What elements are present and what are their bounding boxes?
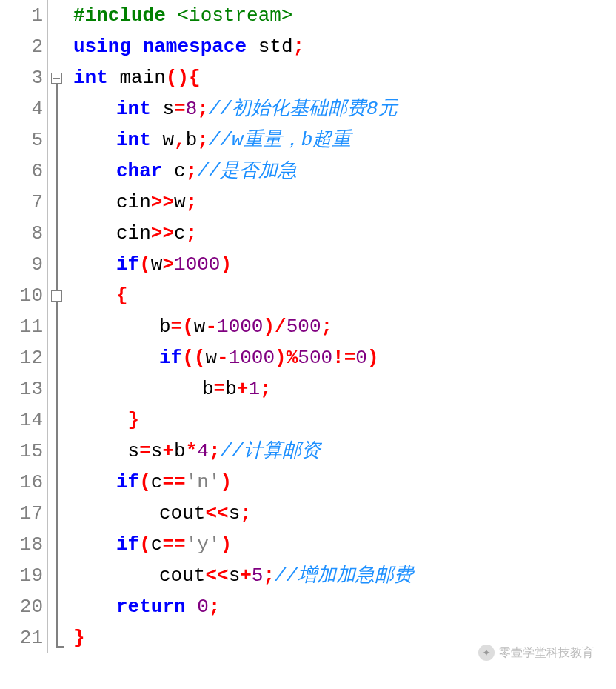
- line-number: 2: [0, 31, 43, 62]
- code-area: #include <iostream> using namespace std;…: [66, 0, 616, 653]
- code-line: b=b+1;: [73, 373, 616, 405]
- line-number: 8: [0, 218, 43, 249]
- code-line: return 0;: [73, 591, 616, 622]
- fold-guide-line: [56, 84, 58, 647]
- line-number: 3: [0, 62, 43, 93]
- line-number: 12: [0, 342, 43, 373]
- code-line: char c;//是否加急: [73, 156, 616, 187]
- code-line: {: [73, 280, 616, 311]
- code-line: cin>>c;: [73, 218, 616, 249]
- preprocessor: #include: [73, 4, 166, 27]
- include-target: <iostream>: [177, 4, 292, 27]
- code-line: }: [73, 405, 616, 436]
- comment: //初始化基础邮费8元: [209, 98, 398, 120]
- line-number: 7: [0, 187, 43, 218]
- line-number: 9: [0, 249, 43, 280]
- wechat-icon: ✦: [478, 645, 495, 653]
- code-line: int w,b;//w重量，b超重: [73, 124, 616, 156]
- code-line: cin>>w;: [73, 187, 616, 218]
- fold-end-tick: [56, 646, 64, 648]
- watermark-text: 零壹学堂科技教育: [499, 645, 594, 654]
- line-number: 10: [0, 280, 43, 311]
- watermark: ✦ 零壹学堂科技教育: [478, 645, 594, 653]
- code-line: using namespace std;: [73, 31, 616, 62]
- line-number: 4: [0, 93, 43, 124]
- line-number-gutter: 1 2 3 4 5 6 7 8 9 10 11 12 13 14 15 16 1…: [0, 0, 48, 653]
- code-line: b=(w-1000)/500;: [73, 311, 616, 342]
- comment: //w重量，b超重: [209, 129, 351, 151]
- code-line: if((w-1000)%500!=0): [73, 342, 616, 373]
- line-number: 19: [0, 560, 43, 591]
- fold-toggle-icon[interactable]: [51, 73, 62, 84]
- line-number: 17: [0, 498, 43, 529]
- line-number: 15: [0, 436, 43, 467]
- comment: //计算邮资: [220, 440, 320, 462]
- code-line: if(c=='y'): [73, 529, 616, 560]
- line-number: 14: [0, 405, 43, 436]
- line-number: 16: [0, 467, 43, 498]
- code-line: cout<<s;: [73, 498, 616, 529]
- line-number: 20: [0, 591, 43, 622]
- comment: //增加加急邮费: [275, 565, 413, 587]
- code-line: #include <iostream>: [73, 0, 616, 31]
- line-number: 18: [0, 529, 43, 560]
- fold-column: [48, 0, 66, 653]
- code-line: if(c=='n'): [73, 467, 616, 498]
- line-number: 6: [0, 156, 43, 187]
- line-number: 1: [0, 0, 43, 31]
- code-line: cout<<s+5;//增加加急邮费: [73, 560, 616, 591]
- line-number: 21: [0, 622, 43, 653]
- code-line: int s=8;//初始化基础邮费8元: [73, 93, 616, 124]
- code-editor: 1 2 3 4 5 6 7 8 9 10 11 12 13 14 15 16 1…: [0, 0, 616, 653]
- fold-toggle-icon[interactable]: [51, 290, 62, 302]
- line-number: 11: [0, 311, 43, 342]
- code-line: if(w>1000): [73, 249, 616, 280]
- comment: //是否加急: [197, 160, 297, 182]
- code-line: int main(){: [73, 62, 616, 93]
- line-number: 13: [0, 373, 43, 405]
- code-line: s=s+b*4;//计算邮资: [73, 436, 616, 467]
- line-number: 5: [0, 124, 43, 156]
